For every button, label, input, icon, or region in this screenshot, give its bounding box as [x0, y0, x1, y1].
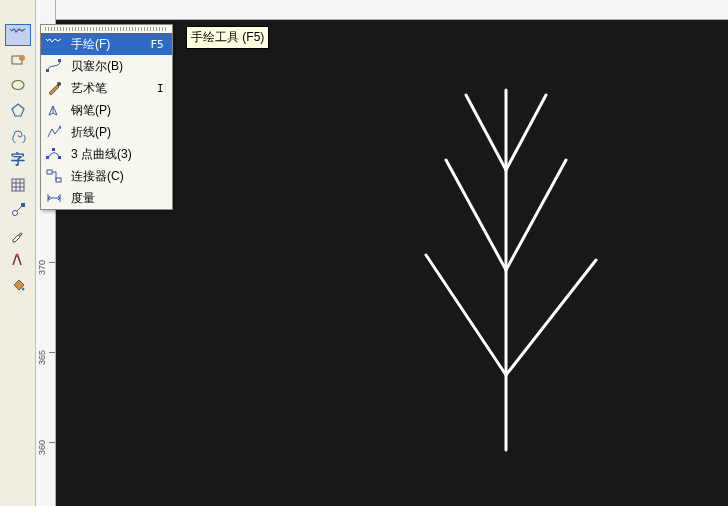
flyout-item-dimension[interactable]: 度量: [41, 187, 172, 209]
tool-shape[interactable]: [5, 49, 31, 71]
three-point-curve-icon: [45, 145, 63, 163]
flyout-item-connector[interactable]: 连接器(C): [41, 165, 172, 187]
svg-point-8: [21, 288, 24, 291]
flyout-item-pen[interactable]: 钢笔(P): [41, 99, 172, 121]
tool-grid[interactable]: [5, 174, 31, 196]
svg-rect-24: [56, 178, 61, 182]
svg-point-2: [12, 81, 24, 90]
flyout-item-freehand[interactable]: 手绘(F) F5: [41, 33, 172, 55]
pen-icon: [45, 101, 63, 119]
svg-rect-22: [52, 148, 55, 151]
tool-text[interactable]: 字: [5, 149, 31, 171]
tool-fill[interactable]: [5, 274, 31, 296]
svg-line-14: [426, 255, 506, 375]
tool-ellipse[interactable]: [5, 74, 31, 96]
svg-rect-17: [58, 59, 61, 62]
tool-interactive[interactable]: [5, 199, 31, 221]
flyout-label: 度量: [71, 190, 156, 207]
flyout-item-artistic[interactable]: 艺术笔 I: [41, 77, 172, 99]
svg-line-10: [466, 95, 506, 170]
tool-eyedropper[interactable]: [5, 224, 31, 246]
flyout-grip[interactable]: [45, 27, 168, 31]
svg-point-7: [15, 254, 18, 257]
svg-rect-20: [46, 156, 49, 159]
tool-freehand[interactable]: [5, 24, 31, 46]
tool-spiral[interactable]: [5, 124, 31, 146]
flyout-item-polyline[interactable]: 折线(P): [41, 121, 172, 143]
curve-tools-flyout: 手绘(F) F5 贝塞尔(B) 艺术笔 I 钢笔(P) 折线(P) 3 点: [40, 24, 173, 210]
polyline-icon: [45, 123, 63, 141]
freehand-icon: [45, 35, 63, 53]
flyout-label: 贝塞尔(B): [71, 58, 156, 75]
svg-point-5: [12, 211, 17, 216]
svg-rect-21: [58, 156, 61, 159]
flyout-label: 3 点曲线(3): [71, 146, 156, 163]
svg-rect-16: [46, 69, 49, 72]
svg-point-1: [19, 55, 25, 61]
svg-rect-4: [12, 179, 24, 191]
dimension-icon: [45, 189, 63, 207]
flyout-shortcut: I: [157, 82, 164, 95]
svg-line-11: [506, 95, 546, 170]
toolbox: 字: [0, 0, 36, 506]
svg-rect-6: [21, 203, 25, 207]
flyout-label: 折线(P): [71, 124, 156, 141]
tool-outline[interactable]: [5, 249, 31, 271]
connector-icon: [45, 167, 63, 185]
tooltip-text: 手绘工具 (F5): [191, 30, 264, 44]
ruler-label: 370: [37, 260, 47, 275]
flyout-item-3ptcurve[interactable]: 3 点曲线(3): [41, 143, 172, 165]
svg-line-15: [506, 260, 596, 375]
tool-polygon[interactable]: [5, 99, 31, 121]
bezier-icon: [45, 57, 63, 75]
flyout-label: 艺术笔: [71, 80, 149, 97]
ruler-label: 365: [37, 350, 47, 365]
flyout-item-bezier[interactable]: 贝塞尔(B): [41, 55, 172, 77]
svg-line-13: [506, 160, 566, 270]
artistic-media-icon: [45, 79, 63, 97]
flyout-label: 钢笔(P): [71, 102, 156, 119]
svg-marker-3: [12, 104, 24, 116]
svg-rect-23: [47, 170, 52, 174]
flyout-label: 连接器(C): [71, 168, 156, 185]
flyout-label: 手绘(F): [71, 36, 142, 53]
svg-line-12: [446, 160, 506, 270]
ruler-label: 360: [37, 440, 47, 455]
flyout-shortcut: F5: [150, 38, 163, 51]
svg-point-18: [57, 82, 61, 86]
tooltip: 手绘工具 (F5): [186, 26, 269, 49]
ruler-horizontal: [56, 0, 728, 20]
